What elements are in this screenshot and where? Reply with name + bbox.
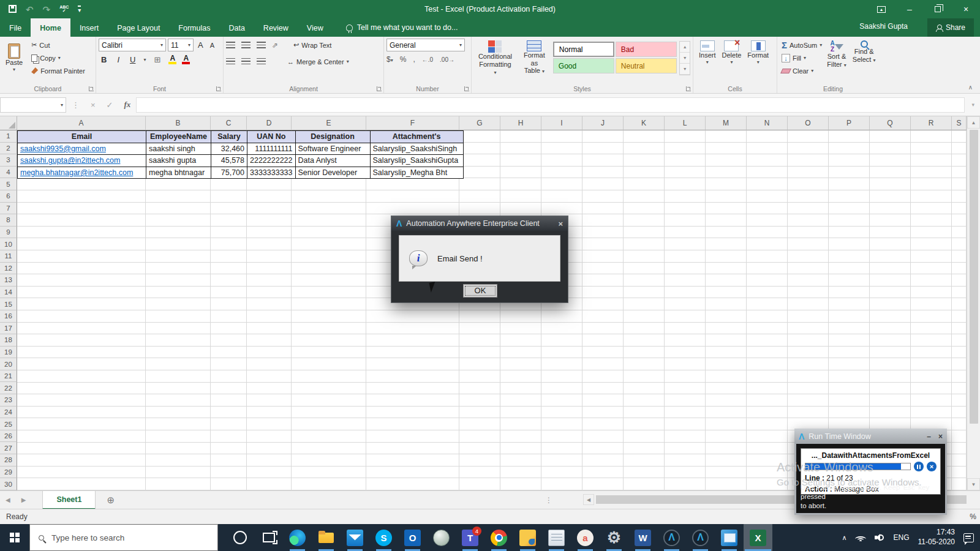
row-header-9[interactable]: 9 — [0, 227, 17, 239]
undo-button[interactable]: ↶ — [26, 5, 34, 14]
row-header-19[interactable]: 19 — [0, 347, 17, 359]
email-link[interactable]: saakshi9935@gmail.com — [18, 143, 146, 155]
row-header-3[interactable]: 3 — [0, 154, 17, 167]
tell-me-box[interactable]: Tell me what you want to do... — [346, 18, 458, 37]
taskbar-icon-edge[interactable] — [283, 524, 312, 551]
column-header-B[interactable]: B — [146, 116, 211, 130]
font-family-combo[interactable]: Calibri▾ — [99, 39, 166, 51]
underline-button[interactable]: U — [127, 55, 138, 64]
table-cell[interactable]: Data Anlyst — [295, 155, 370, 167]
row-header-4[interactable]: 4 — [0, 167, 17, 179]
underline-dropdown[interactable]: ▾ — [143, 57, 146, 62]
tab-view[interactable]: View — [298, 18, 333, 37]
find-select-button[interactable]: Find &Select ▾ — [850, 39, 879, 65]
table-cell[interactable]: 2222222222 — [247, 155, 296, 167]
column-header-G[interactable]: G — [459, 116, 500, 130]
taskbar-icon-cisco-anyconnect[interactable] — [427, 524, 456, 551]
scroll-down-button[interactable]: ▼ — [967, 478, 980, 490]
align-right-icon[interactable] — [257, 58, 266, 65]
tab-formulas[interactable]: Formulas — [169, 18, 219, 37]
confirm-entry-button[interactable]: ✓ — [101, 100, 119, 110]
table-cell[interactable]: 1111111111 — [247, 143, 296, 155]
restore-button[interactable] — [924, 0, 952, 18]
tab-page-layout[interactable]: Page Layout — [108, 18, 169, 37]
styles-dialog-launcher[interactable] — [686, 86, 691, 91]
cell-style-bad[interactable]: Bad — [616, 42, 677, 57]
table-cell[interactable]: 3333333333 — [247, 167, 296, 179]
scroll-up-button[interactable]: ▲ — [967, 116, 980, 129]
column-header-N[interactable]: N — [747, 116, 788, 130]
row-header-1[interactable]: 1 — [0, 130, 17, 143]
column-header-O[interactable]: O — [788, 116, 829, 130]
column-header-I[interactable]: I — [541, 116, 582, 130]
taskbar-icon-automation-anywhere-bot[interactable]: a — [571, 524, 600, 551]
sheet-tab-sheet1[interactable]: Sheet1 — [42, 491, 96, 509]
redo-button[interactable]: ↷ — [43, 5, 51, 14]
styles-scroll-up[interactable]: ▲ — [680, 42, 690, 53]
taskbar-icon-task-view[interactable] — [254, 524, 283, 551]
align-top-icon[interactable] — [226, 42, 235, 48]
taskbar-icon-word[interactable]: W — [628, 524, 657, 551]
save-button[interactable] — [9, 5, 17, 14]
cancel-entry-button[interactable]: × — [85, 100, 101, 110]
column-header-A[interactable]: A — [17, 116, 146, 130]
decrease-decimal-button[interactable]: .00→ — [440, 56, 454, 63]
taskbar-search[interactable]: Type here to search — [29, 524, 218, 551]
taskbar-icon-skype[interactable]: S — [369, 524, 398, 551]
row-header-29[interactable]: 29 — [0, 467, 17, 479]
row-header-10[interactable]: 10 — [0, 238, 17, 250]
new-sheet-button[interactable]: ⊕ — [96, 495, 126, 506]
align-bottom-icon[interactable] — [257, 42, 266, 48]
table-cell[interactable]: saakshi gupta — [146, 155, 211, 167]
expand-formula-bar-button[interactable]: ▾ — [966, 102, 980, 108]
align-center-icon[interactable] — [241, 58, 251, 65]
table-cell[interactable]: Software Engineer — [295, 143, 370, 155]
wrap-text-button[interactable]: ↩Wrap Text — [292, 39, 333, 51]
row-header-14[interactable]: 14 — [0, 287, 17, 299]
volume-icon[interactable] — [875, 533, 884, 542]
language-indicator[interactable]: ENG — [893, 533, 909, 542]
cut-button[interactable]: ✂Cut — [29, 39, 87, 51]
column-header-C[interactable]: C — [211, 116, 247, 130]
increase-font-button[interactable]: A — [195, 40, 206, 50]
cell-style-neutral[interactable]: Neutral — [616, 58, 677, 73]
format-as-table-button[interactable]: Format asTable ▾ — [516, 39, 552, 77]
tab-insert[interactable]: Insert — [70, 18, 108, 37]
taskbar-icon-settings[interactable]: ⚙ — [600, 524, 628, 551]
font-dialog-launcher[interactable] — [216, 86, 221, 91]
column-header-R[interactable]: R — [911, 116, 952, 130]
row-header-18[interactable]: 18 — [0, 334, 17, 347]
runtime-close-button[interactable]: × — [938, 432, 943, 441]
table-cell[interactable]: Salaryslip_SaakshiSingh — [370, 143, 463, 155]
orientation-button[interactable]: ⇗ — [272, 41, 278, 50]
taskbar-icon-notepad[interactable] — [542, 524, 571, 551]
font-color-button[interactable]: A — [182, 54, 190, 64]
sort-filter-button[interactable]: AZSort &Filter ▾ — [824, 39, 850, 70]
dialog-ok-button[interactable]: OK — [463, 284, 497, 298]
row-header-12[interactable]: 12 — [0, 263, 17, 275]
taskbar-icon-config-tool[interactable] — [513, 524, 542, 551]
wifi-icon[interactable] — [855, 534, 866, 542]
conditional-formatting-button[interactable]: ConditionalFormatting ▾ — [474, 39, 516, 78]
table-cell[interactable]: 45,578 — [211, 155, 247, 167]
customize-qat-button[interactable]: ▾ — [78, 6, 81, 13]
insert-cells-button[interactable]: Insert▾ — [696, 39, 719, 67]
formula-input[interactable] — [136, 97, 965, 113]
spell-check-button[interactable]: ABC✓ — [59, 6, 69, 13]
increase-decimal-button[interactable]: ←.0 — [422, 56, 433, 63]
clear-button[interactable]: Clear▾ — [780, 64, 824, 77]
action-center-icon[interactable] — [963, 533, 974, 542]
column-header-J[interactable]: J — [582, 116, 624, 130]
taskbar-icon-aa-client-2[interactable]: Λ — [686, 524, 715, 551]
table-cell[interactable]: 75,700 — [211, 167, 247, 179]
row-header-21[interactable]: 21 — [0, 370, 17, 383]
vertical-scroll-thumb[interactable] — [970, 130, 978, 424]
email-link[interactable]: megha.bhatnagar@in2ittech.com — [18, 167, 146, 179]
row-header-24[interactable]: 24 — [0, 407, 17, 419]
ribbon-display-options-button[interactable]: ▴ — [867, 0, 895, 18]
column-header-M[interactable]: M — [706, 116, 747, 130]
format-painter-button[interactable]: Format Painter — [29, 64, 87, 77]
taskbar-icon-chrome[interactable] — [484, 524, 513, 551]
row-header-8[interactable]: 8 — [0, 214, 17, 227]
autosum-button[interactable]: ΣAutoSum▾ — [780, 39, 824, 51]
